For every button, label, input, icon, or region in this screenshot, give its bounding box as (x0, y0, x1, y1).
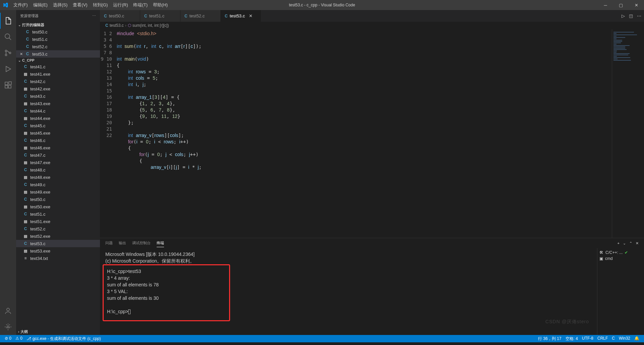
text-file-icon: ≡ (23, 256, 28, 261)
title-bar: 文件(F)编辑(E)选择(S)查看(V)转到(G)运行(R)终端(T)帮助(H)… (0, 0, 644, 10)
maximize-button[interactable]: ▢ (613, 0, 629, 10)
open-editors-section[interactable]: ⌄ 打开的编辑器 (16, 22, 100, 28)
file-tree-item[interactable]: Ctest43.c (16, 92, 100, 100)
file-tree-item[interactable]: Ctest46.c (16, 137, 100, 144)
menu-item[interactable]: 选择(S) (50, 2, 70, 7)
explorer-icon[interactable] (0, 13, 16, 29)
open-editor-item[interactable]: ✕Ctest53.c (16, 50, 100, 58)
status-item[interactable]: 🔔 (632, 336, 641, 342)
menu-item[interactable]: 编辑(E) (31, 2, 50, 7)
status-item[interactable]: ⚠ 0 (13, 336, 24, 342)
status-item[interactable]: 空格: 4 (564, 336, 580, 342)
file-tree-item[interactable]: ▤test51.exe (16, 218, 100, 225)
c-file-icon: C (23, 138, 28, 143)
menu-item[interactable]: 文件(F) (11, 2, 31, 7)
activity-bar (0, 10, 16, 335)
file-tree-item[interactable]: Ctest47.c (16, 151, 100, 159)
editor-tab[interactable]: Ctest50.c✕ (100, 10, 140, 22)
outline-section[interactable]: › 大纲 (16, 329, 100, 335)
panel-tab[interactable]: 终端 (157, 239, 164, 247)
exe-file-icon: ▤ (23, 160, 28, 165)
terminal-task-item[interactable]: ▣cmd (599, 256, 642, 262)
more-icon[interactable]: ⋯ (637, 13, 641, 18)
file-tree-item[interactable]: Ctest49.c (16, 181, 100, 188)
menu-item[interactable]: 转到(G) (90, 2, 111, 7)
file-tree-item[interactable]: Ctest52.c (16, 225, 100, 232)
maximize-panel-icon[interactable]: ⌃ (629, 241, 632, 246)
more-icon[interactable]: ⋯ (92, 14, 96, 18)
file-tree-item[interactable]: Ctest44.c (16, 107, 100, 115)
panel-tab[interactable]: 调试控制台 (132, 239, 151, 247)
status-item[interactable]: ⎇gcc.exe - 生成和调试活动文件 (c_cpp) (24, 336, 103, 342)
close-button[interactable]: ✕ (629, 0, 644, 10)
account-icon[interactable] (0, 303, 16, 319)
file-tree-item[interactable]: Ctest45.c (16, 122, 100, 129)
menu-item[interactable]: 运行(R) (110, 2, 130, 7)
file-tree-item[interactable]: ▤test52.exe (16, 232, 100, 240)
panel-tab[interactable]: 输出 (119, 239, 126, 247)
status-item[interactable]: 行 36，列 17 (536, 336, 563, 342)
run-icon[interactable]: ▷ (622, 13, 625, 18)
source-control-icon[interactable] (0, 45, 16, 61)
menu-item[interactable]: 帮助(H) (150, 2, 170, 7)
extensions-icon[interactable] (0, 77, 16, 93)
file-tree-item[interactable]: ▤test50.exe (16, 203, 100, 210)
file-tree-item[interactable]: ▤test46.exe (16, 144, 100, 151)
file-tree-item[interactable]: Ctest50.c (16, 196, 100, 203)
breadcrumb[interactable]: C test53.c › ⬡ sum(int, int, int [r][c]) (100, 22, 644, 29)
status-item[interactable]: Win32 (617, 336, 632, 342)
file-tree-item[interactable]: ▤test42.exe (16, 85, 100, 92)
editor-tab[interactable]: Ctest52.c✕ (180, 10, 221, 22)
sidebar: 资源管理器 ⋯ ⌄ 打开的编辑器 ✕Ctest50.c✕Ctest51.c✕Ct… (16, 10, 100, 335)
open-editor-item[interactable]: ✕Ctest50.c (16, 28, 100, 36)
minimap[interactable] (612, 29, 644, 238)
svg-point-3 (9, 52, 11, 54)
file-tree-item[interactable]: ▤test47.exe (16, 159, 100, 166)
gear-icon[interactable] (0, 319, 16, 335)
file-tree-item[interactable]: Ctest48.c (16, 166, 100, 174)
c-file-icon: C (25, 44, 30, 49)
terminal-task-item[interactable]: 🛠C/C++: ... ✔ (599, 250, 642, 256)
file-tree-item[interactable]: ▤test53.exe (16, 247, 100, 255)
minimize-button[interactable]: ─ (598, 0, 613, 10)
file-tree-item[interactable]: ≡text34.txt (16, 255, 100, 262)
window-title: test53.c - c_cpp - Visual Studio Code (289, 3, 355, 7)
menu-item[interactable]: 终端(T) (130, 2, 150, 7)
status-item[interactable]: CRLF (595, 336, 610, 342)
close-icon[interactable]: ✕ (19, 52, 23, 56)
chevron-down-icon: ⌄ (18, 59, 21, 62)
search-icon[interactable] (0, 29, 16, 45)
status-item[interactable]: ⊘ 0 (3, 336, 13, 342)
file-tree-item[interactable]: ▤test48.exe (16, 174, 100, 181)
status-item[interactable]: UTF-8 (580, 336, 595, 342)
chevron-down-icon[interactable]: ⌄ (623, 241, 626, 246)
file-tree-item[interactable]: Ctest41.c (16, 63, 100, 70)
menu-item[interactable]: 查看(V) (70, 2, 90, 7)
c-file-icon: C (23, 197, 28, 202)
file-tree-item[interactable]: Ctest51.c (16, 210, 100, 218)
editor-tab[interactable]: Ctest53.c✕ (221, 10, 261, 22)
file-tree-item[interactable]: Ctest42.c (16, 78, 100, 85)
file-tree-item[interactable]: ▤test49.exe (16, 188, 100, 196)
run-debug-icon[interactable] (0, 61, 16, 77)
file-tree-item[interactable]: ▤test41.exe (16, 70, 100, 78)
exe-file-icon: ▤ (23, 87, 28, 91)
split-editor-icon[interactable]: ◫ (629, 13, 633, 18)
open-editor-item[interactable]: ✕Ctest52.c (16, 43, 100, 50)
new-terminal-icon[interactable]: + (618, 241, 620, 246)
terminal[interactable]: Microsoft Windows [版本 10.0.19044.2364](c… (100, 248, 597, 335)
file-tree-item[interactable]: ▤test44.exe (16, 115, 100, 122)
file-tree-item[interactable]: ▤test45.exe (16, 129, 100, 137)
folder-section[interactable]: ⌄ C_CPP (16, 58, 100, 63)
editor-tab[interactable]: Ctest51.c✕ (140, 10, 180, 22)
exe-file-icon: ▤ (23, 101, 28, 106)
code-editor[interactable]: #include <stdio.h> int sum(int r, int c,… (117, 29, 612, 238)
file-tree[interactable]: Ctest41.c▤test41.exeCtest42.c▤test42.exe… (16, 63, 100, 329)
open-editor-item[interactable]: ✕Ctest51.c (16, 36, 100, 43)
close-icon[interactable]: ✕ (249, 13, 253, 18)
file-tree-item[interactable]: Ctest53.c (16, 240, 100, 247)
status-item[interactable]: C (610, 336, 617, 342)
file-tree-item[interactable]: ▤test43.exe (16, 100, 100, 107)
close-panel-icon[interactable]: ✕ (636, 241, 639, 246)
panel-tab[interactable]: 问题 (105, 239, 113, 247)
